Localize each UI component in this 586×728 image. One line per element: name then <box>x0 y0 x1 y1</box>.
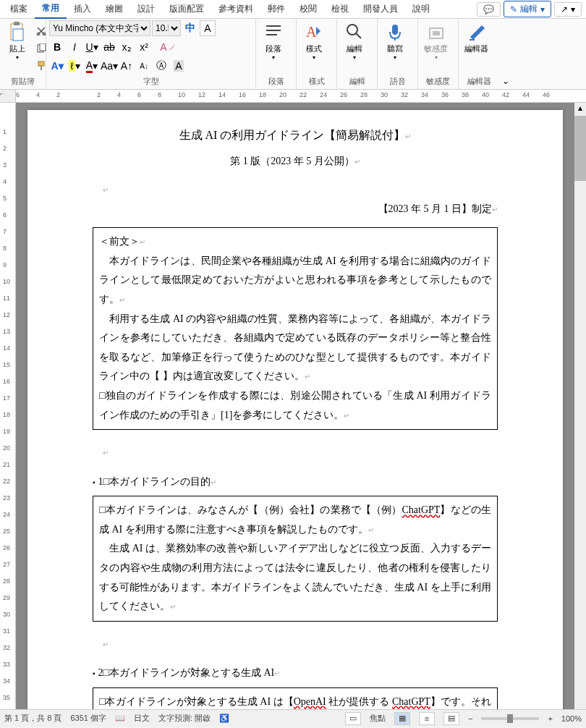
strikethrough-button[interactable]: ab <box>101 39 117 55</box>
subscript-button[interactable]: x₂ <box>119 39 135 55</box>
section-2-p1: □本ガイドラインが対象とする生成 AI は【OpenAI 社が提供する Chat… <box>99 693 491 709</box>
comment-icon: 💬 <box>483 4 494 14</box>
change-case-button[interactable]: Aa▾ <box>101 58 117 74</box>
tab-help[interactable]: 說明 <box>405 0 437 18</box>
microphone-icon <box>385 22 405 42</box>
sensitivity-button[interactable]: 敏感度▾ <box>421 20 451 62</box>
section-1-p1: □本ガイドラインは、みなさんが【（例）会社】の業務で【（例）ChatGPT】など… <box>99 501 491 539</box>
font-name-select[interactable]: Yu Mincho (本文中文字型) <box>49 20 150 36</box>
highlight-button[interactable]: ℓ▾ <box>67 58 82 74</box>
editor-button[interactable]: 編輯器 <box>462 20 491 56</box>
styles-group-label: 樣式 <box>300 75 334 88</box>
italic-button[interactable]: I <box>67 39 82 55</box>
grow-font-button[interactable]: A↑ <box>119 58 135 74</box>
ribbon: 貼上 ▾ 剪貼簿 Yu Mincho (本文中文字型) 10.5 中 A B I… <box>0 19 586 90</box>
svg-line-14 <box>356 33 361 38</box>
preface-p2: 利用する生成 AI の内容や組織の性質、業務内容等によって、各組織が、本ガイドラ… <box>99 310 491 386</box>
preface-head: ＜前文＞ <box>99 232 491 252</box>
styles-icon: A <box>304 22 324 42</box>
zoom-slider[interactable] <box>481 717 539 720</box>
font-size-select[interactable]: 10.5 <box>152 20 181 36</box>
web-layout-button[interactable]: ▤ <box>443 712 459 725</box>
tab-draw[interactable]: 繪圖 <box>98 0 130 18</box>
tab-view[interactable]: 檢視 <box>324 0 356 18</box>
share-button[interactable]: ↗▾ <box>554 2 582 17</box>
phonetic-guide-button[interactable]: 中 <box>182 20 198 36</box>
paragraph-button[interactable]: 段落▾ <box>259 20 288 62</box>
focus-mode-button[interactable]: ▭ <box>345 712 361 725</box>
tab-insert[interactable]: 插入 <box>67 0 98 18</box>
dictate-group-label: 語音 <box>381 75 415 88</box>
editor-icon <box>467 22 487 42</box>
doc-version: 第 1 版（2023 年 5 月公開） <box>93 152 498 172</box>
tab-review[interactable]: 校閱 <box>292 0 324 18</box>
chevron-down-icon: ▾ <box>571 4 575 14</box>
text-predict-status[interactable]: 文字預測: 開啟 <box>158 713 211 724</box>
tab-references[interactable]: 參考資料 <box>211 0 260 18</box>
comments-button[interactable]: 💬 <box>477 2 501 17</box>
share-icon: ↗ <box>561 4 568 14</box>
print-layout-button[interactable]: ▦ <box>394 712 410 725</box>
character-border-button[interactable]: A <box>200 20 216 36</box>
superscript-button[interactable]: x² <box>136 39 152 55</box>
edit-mode-button[interactable]: ✎編輯▾ <box>504 1 551 17</box>
clear-formatting-button[interactable]: A⟋ <box>161 39 177 55</box>
clipboard-group-label: 剪貼簿 <box>3 75 43 88</box>
read-mode-button[interactable]: ≡ <box>419 712 435 725</box>
pencil-icon: ✎ <box>510 4 517 14</box>
section-1-head: 1□本ガイドラインの目的 <box>93 473 498 492</box>
tab-mail[interactable]: 郵件 <box>260 0 292 18</box>
font-group-label: 字型 <box>49 75 252 88</box>
vertical-ruler[interactable]: 1234567891011121314151617181920212223242… <box>0 103 16 709</box>
tab-developer[interactable]: 開發人員 <box>356 0 405 18</box>
word-count[interactable]: 6351 個字 <box>70 713 106 724</box>
sensitivity-icon <box>426 22 446 42</box>
tab-design[interactable]: 設計 <box>130 0 162 18</box>
collapse-ribbon-button[interactable]: ⌄ <box>499 73 512 89</box>
editing-button[interactable]: 編輯▾ <box>340 20 369 62</box>
preface-box: ＜前文＞ 本ガイドラインは、民間企業や各種組織が生成 AI を利用する場合に組織… <box>93 227 498 430</box>
doc-date: 【2023 年 5 月 1 日】制定 <box>93 200 498 219</box>
underline-button[interactable]: U▾ <box>84 39 100 55</box>
vertical-scrollbar[interactable]: ▴ <box>574 103 586 709</box>
doc-title: 生成 AI の利用ガイドライン【簡易解説付】 <box>93 124 498 146</box>
svg-rect-6 <box>40 43 46 51</box>
svg-point-13 <box>347 25 357 35</box>
section-2-head: 2□本ガイドラインが対象とする生成 AI <box>93 664 498 683</box>
svg-rect-7 <box>38 62 44 66</box>
paragraph-icon <box>263 22 284 42</box>
paste-button[interactable]: 貼上 ▾ <box>3 20 32 62</box>
paragraph-group-label: 段落 <box>259 75 293 88</box>
zoom-in-button[interactable]: + <box>548 714 552 723</box>
page-count[interactable]: 第 1 頁，共 8 頁 <box>4 713 61 724</box>
section-1-p2: 生成 AI は、業務効率の改善や新しいアイデア出しなどに役立つ反面、入力するデー… <box>99 539 491 616</box>
tab-home[interactable]: 常用 <box>35 0 67 19</box>
blank-line <box>93 180 498 200</box>
enclose-characters-button[interactable]: Ⓐ <box>153 58 169 74</box>
editor-group-label: 編輯器 <box>462 75 496 88</box>
zoom-out-button[interactable]: − <box>468 714 472 723</box>
tab-file[interactable]: 檔案 <box>3 0 35 18</box>
svg-rect-18 <box>433 31 440 35</box>
accessibility-icon[interactable]: ♿ <box>219 714 229 723</box>
svg-rect-15 <box>392 25 398 35</box>
tab-layout[interactable]: 版面配置 <box>162 0 211 18</box>
language-status[interactable]: 日文 <box>134 713 150 724</box>
bold-button[interactable]: B <box>49 39 65 55</box>
focus-label[interactable]: 焦點 <box>370 713 386 724</box>
preface-p3: □独自のガイドラインを作成する際には、別途公開されている「生成 AI 利用ガイド… <box>99 386 491 425</box>
character-shading-button[interactable]: A <box>171 58 187 74</box>
ruler-corner: ⌐ <box>0 90 16 102</box>
horizontal-ruler[interactable]: ⌐ 64224681012141618202224262830323436384… <box>0 90 586 103</box>
menu-bar: 檔案 常用 插入 繪圖 設計 版面配置 參考資料 郵件 校閱 檢視 開發人員 說… <box>0 0 586 19</box>
document-area[interactable]: 生成 AI の利用ガイドライン【簡易解説付】 第 1 版（2023 年 5 月公… <box>16 103 574 709</box>
preface-p1: 本ガイドラインは、民間企業や各種組織が生成 AI を利用する場合に組織内のガイド… <box>99 252 491 310</box>
chevron-down-icon: ▾ <box>540 4 545 14</box>
zoom-level[interactable]: 100% <box>561 714 582 723</box>
dictate-button[interactable]: 聽寫▾ <box>381 20 409 62</box>
text-effects-button[interactable]: A▾ <box>49 58 65 74</box>
font-color-button[interactable]: A▾ <box>84 58 100 74</box>
styles-button[interactable]: A 樣式▾ <box>300 20 328 62</box>
spell-check-icon[interactable]: 📖 <box>115 714 125 723</box>
shrink-font-button[interactable]: A↓ <box>136 58 152 74</box>
